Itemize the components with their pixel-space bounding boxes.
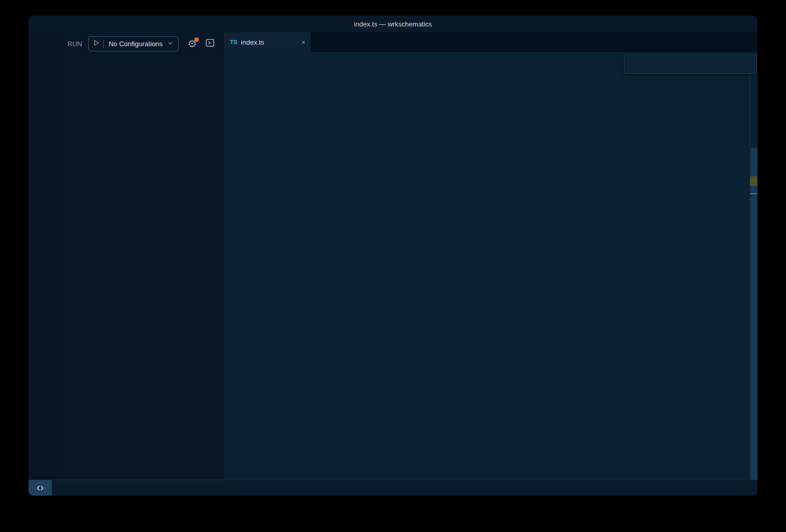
- remote-indicator[interactable]: [29, 480, 52, 496]
- activity-bar: [29, 32, 57, 480]
- debug-sidebar: RUN No Configurations ⚙: [57, 32, 225, 480]
- editor-group: TS index.ts ×: [225, 32, 757, 480]
- run-toolbar: RUN No Configurations ⚙: [57, 32, 224, 55]
- gear-notification-dot: [194, 37, 199, 42]
- status-bar: [29, 480, 757, 496]
- titlebar: index.ts — wrkschematics: [29, 16, 757, 32]
- tab-bar: TS index.ts ×: [225, 32, 757, 52]
- start-debug-icon: [93, 39, 100, 48]
- close-tab-icon[interactable]: ×: [301, 38, 305, 46]
- debug-settings-gear-icon[interactable]: ⚙: [187, 38, 197, 49]
- remote-icon: [36, 484, 44, 492]
- window-title: index.ts — wrkschematics: [29, 20, 757, 28]
- run-label: RUN: [67, 40, 82, 48]
- typescript-file-icon: TS: [230, 39, 237, 45]
- editor-scrollbar[interactable]: [750, 65, 757, 480]
- selection-marker: [750, 193, 757, 194]
- configuration-name: No Configurations: [109, 40, 167, 48]
- debug-console-icon[interactable]: [205, 38, 215, 50]
- current-line-marker: [750, 176, 757, 186]
- chevron-down-icon: [167, 39, 173, 48]
- tab-index-ts[interactable]: TS index.ts ×: [225, 32, 310, 52]
- launch-configuration-dropdown[interactable]: No Configurations: [88, 36, 179, 51]
- scrollbar-thumb[interactable]: [751, 148, 757, 480]
- vscode-window: index.ts — wrkschematics RUN No Configur…: [29, 16, 757, 496]
- debug-toolbar: [624, 54, 757, 74]
- tab-label: index.ts: [241, 38, 298, 46]
- code-editor[interactable]: [225, 65, 757, 480]
